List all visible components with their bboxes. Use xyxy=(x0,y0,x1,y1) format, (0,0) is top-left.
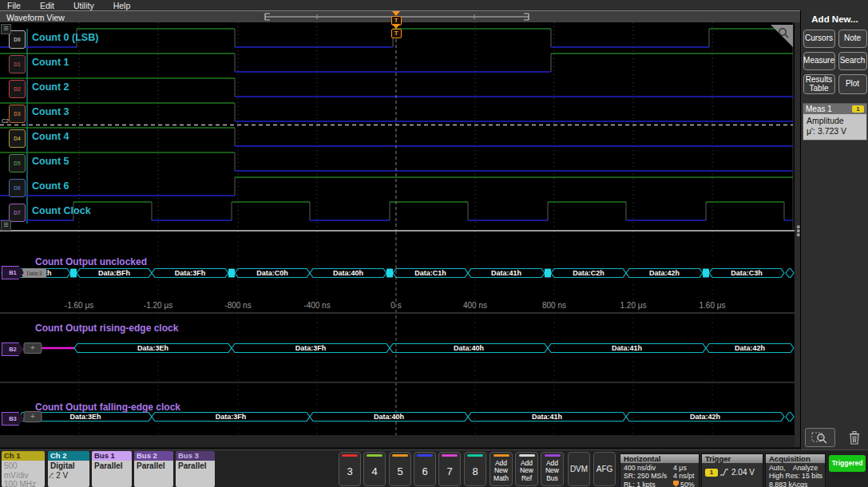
digital-channel-badge-D6[interactable]: D6 xyxy=(9,179,26,197)
digital-channel-label-D3[interactable]: Count 3 xyxy=(32,106,69,117)
channel-badge-line: Parallel xyxy=(178,461,212,471)
bus-segment-label: Data:C1h xyxy=(414,269,446,277)
digital-channel-label-D7[interactable]: Count Clock xyxy=(32,205,91,216)
digital-channel-label-D6[interactable]: Count 6 xyxy=(32,180,69,192)
channel-button-6[interactable]: 6 xyxy=(414,452,436,486)
bus-segment-label: Data:C2h xyxy=(573,269,604,277)
trigger-position-marker-grid[interactable]: T xyxy=(390,24,402,38)
bus-title-B3[interactable]: Count Output falling-edge clock xyxy=(35,402,180,413)
horizontal-row: RL: 1 kpts50% xyxy=(624,481,696,487)
bottom-button-label: AFG xyxy=(597,453,613,485)
horizontal-row: SR: 250 MS/s4 ns/pt xyxy=(624,472,696,480)
digital-channel-badge-D3[interactable]: D3 xyxy=(9,105,26,123)
channel-badge-header: Bus 3 xyxy=(176,451,215,461)
channel-badge-body: Parallel xyxy=(134,461,173,487)
channel-button-5[interactable]: 5 xyxy=(389,452,411,486)
channel-badge-ch-2[interactable]: Ch 2Digital∕: 2 V xyxy=(48,451,89,487)
bus-title-B2[interactable]: Count Output rising-edge clock xyxy=(35,323,178,334)
digital-channel-badge-D7[interactable]: D7 xyxy=(9,204,26,222)
channel-badge-header: Ch 2 xyxy=(48,451,89,461)
horizontal-panel[interactable]: Horizontal 400 ns/div4 μsSR: 250 MS/s4 n… xyxy=(620,453,700,487)
digital-channel-label-D4[interactable]: Count 4 xyxy=(32,131,69,142)
digital-channel-label-D5[interactable]: Count 5 xyxy=(32,156,69,167)
meas1-type: Amplitude xyxy=(807,116,863,126)
channel-button-label: 7 xyxy=(446,457,452,485)
digital-group-grip-bottom-icon[interactable]: ☰ xyxy=(1,220,11,231)
sidebar-button-plot[interactable]: Plot xyxy=(838,74,867,94)
bus-segment-label: Data:3Eh xyxy=(69,413,101,421)
channel-badge-line: Parallel xyxy=(137,461,171,471)
acquisition-row: High Res: 15 bits xyxy=(769,472,822,480)
bus-segment-label: Data:3Fh xyxy=(216,413,247,421)
add-new-button-1[interactable]: Add New Ref xyxy=(515,452,538,486)
digital-channel-badge-D2[interactable]: D2 xyxy=(9,80,26,98)
digital-group-grip-icon[interactable]: ☰ xyxy=(1,24,11,34)
add-new-button-2[interactable]: Add New Bus xyxy=(541,452,564,486)
digital-channel-label-D1[interactable]: Count 1 xyxy=(32,57,69,68)
bus-segment-label: Data:C0h xyxy=(256,269,288,277)
sidebar-button-search[interactable]: Search xyxy=(838,52,867,70)
channel-badge-line: Digital xyxy=(50,461,87,471)
channel-badge-body: 500 mV/div100 MHz xyxy=(2,461,45,487)
zoom-mode-button[interactable] xyxy=(805,428,835,447)
channel-badge-header: Ch 1 xyxy=(2,451,45,461)
sidebar-button-results-table[interactable]: Results Table xyxy=(803,74,835,94)
digital-channel-badge-D4[interactable]: D4 xyxy=(9,129,26,148)
bus-segment-label: Data:40h xyxy=(454,344,484,352)
digital-channel-badge-D0[interactable]: D0 xyxy=(9,30,26,49)
bottom-bar: Horizontal 400 ns/div4 μsSR: 250 MS/s4 n… xyxy=(0,449,868,487)
horizontal-value: 50% xyxy=(680,481,695,487)
bus-waveform-B3: Data:3EhData:3FhData:40hData:41hData:42h… xyxy=(19,412,794,422)
menu-item-file[interactable]: File xyxy=(7,1,21,10)
digital-channel-label-D2[interactable]: Count 2 xyxy=(32,81,69,93)
trigger-title: Trigger xyxy=(702,454,763,463)
channel-badge-line: Parallel xyxy=(94,461,129,471)
digital-channel-badge-D1[interactable]: D1 xyxy=(9,55,26,73)
threshold-c2-label: C2 xyxy=(2,118,9,124)
delete-button[interactable] xyxy=(844,429,865,446)
sidebar-button-note[interactable]: Note xyxy=(838,30,867,48)
bus-segment-label: Data:41h xyxy=(532,413,562,421)
horizontal-row: 400 ns/div4 μs xyxy=(624,464,696,472)
bus-segment-label: Data:3Fh xyxy=(295,344,327,352)
time-axis-tick: -800 ns xyxy=(224,301,251,310)
add-new-button-label: Add New Ref xyxy=(520,457,533,485)
channel-button-label: 8 xyxy=(472,457,478,485)
digital-channel-badge-D5[interactable]: D5 xyxy=(9,154,26,172)
add-new-button-0[interactable]: Add New Math xyxy=(489,452,513,486)
meas1-results-badge[interactable]: Meas 1 1 Amplitude μ': 3.723 V xyxy=(803,103,867,141)
menu-item-edit[interactable]: Edit xyxy=(40,1,54,10)
trigger-panel[interactable]: Trigger 1 2.04 V xyxy=(701,453,763,487)
menu-item-help[interactable]: Help xyxy=(113,1,131,10)
bus-title-B1[interactable]: Count Output unclocked xyxy=(35,256,147,267)
bus-segment-label: Data:42h xyxy=(735,344,765,352)
channel-button-4[interactable]: 4 xyxy=(363,452,386,486)
digital-channel-label-D0[interactable]: Count 0 (LSB) xyxy=(32,32,98,43)
channel-badge-bus-1[interactable]: Bus 1Parallel xyxy=(92,451,132,487)
channel-badge-ch-1[interactable]: Ch 1500 mV/div100 MHz xyxy=(2,451,45,487)
bottom-button-dvm[interactable]: DVM xyxy=(568,452,590,486)
acquisition-panel[interactable]: Acquisition Auto, AnalyzeHigh Res: 15 bi… xyxy=(765,453,826,487)
channel-badge-bus-3[interactable]: Bus 3Parallel xyxy=(176,451,215,487)
add-new-button-grid: CursorsNoteMeasureSearchResults TablePlo… xyxy=(801,30,868,94)
menu-item-utility[interactable]: Utility xyxy=(73,1,94,10)
sidebar-button-cursors[interactable]: Cursors xyxy=(803,30,835,48)
channel-button-8[interactable]: 8 xyxy=(464,452,486,486)
time-axis-tick: -1.20 μs xyxy=(144,301,172,310)
right-sidebar: Add New... CursorsNoteMeasureSearchResul… xyxy=(800,10,868,449)
sidebar-button-measure[interactable]: Measure xyxy=(803,52,835,70)
time-axis-tick: 1.60 μs xyxy=(699,301,725,310)
horizontal-value: SR: 250 MS/s xyxy=(624,472,673,480)
channel-badge-bus-2[interactable]: Bus 2Parallel xyxy=(134,451,173,487)
meas1-body: Amplitude μ': 3.723 V xyxy=(803,114,866,140)
bottom-button-afg[interactable]: AFG xyxy=(593,452,616,486)
channel-badge-body: Digital∕: 2 V xyxy=(48,461,89,487)
time-axis-tick: -400 ns xyxy=(303,301,330,310)
channel-button-7[interactable]: 7 xyxy=(438,452,461,486)
channel-button-3[interactable]: 3 xyxy=(339,452,361,486)
tab-waveform-view[interactable]: Waveform View xyxy=(6,13,65,22)
bus-segment-label: Data:40h xyxy=(374,413,404,421)
channel-badge-line: 100 MHz xyxy=(4,480,42,487)
bus-segment-label: Data:3Fh xyxy=(175,269,206,277)
acquisition-title: Acquisition xyxy=(766,454,825,463)
